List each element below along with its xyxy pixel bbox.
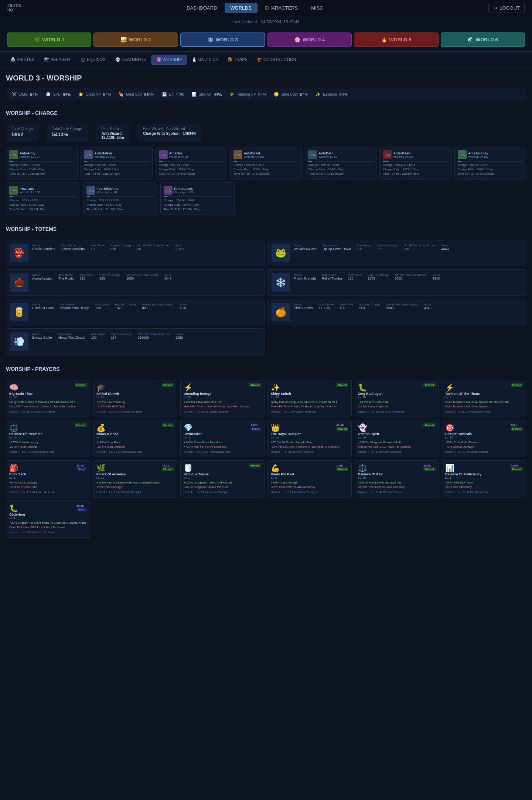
nav-worlds[interactable]: WORLDS xyxy=(225,3,258,13)
ant-stats: Charge：1021.9 / 11814 Charge Rate：867% /… xyxy=(383,163,448,176)
totem-souls-field: Souls 2259 xyxy=(175,332,183,339)
sub-nav-salt-lick[interactable]: 🧂 SALT LICK xyxy=(187,55,222,65)
ant-progress-bar xyxy=(159,161,224,162)
prayer-status: Maxed xyxy=(511,467,523,471)
prayer-level: Lv. 50 xyxy=(184,396,211,399)
prayer-cost: 43.4K xyxy=(336,424,344,427)
prayer-card: 🎓 Skilled Dimwit Lv. 50 Maxed +177% Skil… xyxy=(93,380,177,417)
prayer-bonus: Shiny Critters Drop In Bundles Of 118 In… xyxy=(271,400,348,404)
ant-stats: Charge：555.28 / 9268 Charge Rate：504% / … xyxy=(308,163,373,176)
world-tab-3[interactable]: ❄️WORLD 3 xyxy=(180,33,265,47)
sub-nav-deathnote[interactable]: 💀 DEATHNOTE xyxy=(111,55,151,65)
ant-icon: 🐜 xyxy=(86,186,95,195)
prayer-header: 🎯 Circular Criticals Lv. 19 298K Maxed xyxy=(445,423,523,439)
totem-eff: 250 xyxy=(403,247,435,251)
totem-map: Rollin' Tundra xyxy=(322,277,342,280)
last-updated: Last Updated：04/03/2024, 15:15:43 xyxy=(0,16,532,28)
totems-section: WORSHIP - TOTEMS 👺 Name Goblin Gorefest … xyxy=(6,222,526,355)
prayer-bonus: +118% Drop Rate xyxy=(96,441,174,444)
prayer-bonus: +177% Total Accuracy xyxy=(9,441,87,444)
prayer-name: Tachion Of The Titans xyxy=(445,392,480,396)
prayer-unlock: Unlock： Lv. 31 At Wakakawa War xyxy=(96,450,174,454)
prayer-header: ⚖️ Balance Of Precision Lv. 50 Maxed xyxy=(9,423,87,439)
totem-map-field: Map Name Above The Clouds xyxy=(58,332,85,339)
ant-name: PrinteeAnts xyxy=(174,187,193,191)
prayer-level: Lv. 50 xyxy=(9,396,33,399)
ant-progress-fill xyxy=(458,161,462,162)
prayer-curse: -75% All Exp Gain. Remove All Samples To… xyxy=(271,445,348,448)
sub-nav-equinox[interactable]: ⚖️ EQUINOX xyxy=(76,55,110,65)
ant-progress-fill xyxy=(86,196,90,197)
totem-wave: 130 xyxy=(348,277,362,280)
sub-nav-printer[interactable]: 🖨️ PRINTER xyxy=(6,55,39,65)
prayer-status: Maxed xyxy=(511,383,523,387)
prayer-bonus: +14.5% AFK Gain Rate xyxy=(358,400,436,404)
prayer-curse: -29.5% Total Damage xyxy=(9,445,87,448)
totem-exp-field: Exp Per Charge 662 xyxy=(376,244,398,251)
world-tab-4[interactable]: 🌸WORLD 4 xyxy=(267,33,352,47)
totem-wave: 130 xyxy=(340,306,354,310)
prayer-bonus: +147.5% Class And Skill EXP xyxy=(184,400,261,404)
daily-charge-value: 5413% xyxy=(52,131,82,137)
totem-name: Frosty Firefight xyxy=(294,277,316,280)
ant-icon: 🐜 xyxy=(84,150,93,159)
sub-nav-worship[interactable]: 🛐 WORSHIP xyxy=(151,55,187,65)
ant-cards-grid: 🐜 AntsArmy Worship Lv 107 Charge：548.01 … xyxy=(6,147,526,180)
prayer-icon: 🧠 xyxy=(9,383,33,392)
totem-name: Wakakawa War xyxy=(294,247,317,251)
ant-card: 🐜 AntsBeast Worship Lv 101 Charge：555.06… xyxy=(230,147,302,180)
prayer-unlock: Unlock： Lv. 10 At Goblin Gorefest xyxy=(9,410,87,414)
ant-level: Worship Lv 107 xyxy=(20,155,40,158)
ant-progress-bar xyxy=(233,161,299,162)
nav-dashboard[interactable]: DASHBOARD xyxy=(181,3,223,13)
prayer-level: Lv. 50 xyxy=(96,396,119,399)
sub-nav-refinery[interactable]: ⚗️ REFINERY xyxy=(40,55,75,65)
prayer-header: 💪 Beefy For Real Lv. 8 106K Maxed xyxy=(271,464,348,479)
stat-meal-spd: 🍖 Meal Spd 940% xyxy=(119,92,154,97)
prayer-curse: -15% AFK Gain Rate xyxy=(9,485,87,489)
ant-level: Worship Lv 99 xyxy=(318,155,337,158)
charge-section-header: WORSHIP - CHARGE xyxy=(6,106,526,119)
nav-characters[interactable]: CHARACTERS xyxy=(259,3,304,13)
prayer-icon: 🐛 xyxy=(9,504,25,513)
prayer-name: Skilled Dimwit xyxy=(96,392,119,396)
prayer-name: Beefy For Real xyxy=(271,472,294,476)
prayers-section-header: WORSHIP - PRAYERS xyxy=(6,362,526,375)
prayer-card: 🎯 Circular Criticals Lv. 19 298K Maxed +… xyxy=(442,420,526,457)
header: IDLEON HQ DASHBOARD WORLDS CHARACTERS MI… xyxy=(0,0,532,16)
nav-misc[interactable]: MISC xyxy=(305,3,329,13)
totem-wave-field: Max Wave 130 xyxy=(340,303,354,310)
sub-nav-traps[interactable]: 🪤 TRAPS xyxy=(223,55,252,65)
prayer-card: ⚡ Unending Energy Lv. 50 Maxed +147.5% C… xyxy=(180,380,265,417)
ant-stats: Charge：559.01 / 9268 Charge Rate：504% / … xyxy=(159,163,224,176)
stat-jade-coin: 🪙 Jade Coin 94% xyxy=(274,92,308,97)
totems-row: 👺 Name Goblin Gorefest Map Name Forest O… xyxy=(6,240,526,266)
logout-button[interactable]: ↪ LOGOUT xyxy=(488,3,525,13)
prayer-status: Maxed xyxy=(423,423,436,427)
prayer-name: Glitterbug xyxy=(9,513,25,516)
totem-name-field: Name Acorn Assault xyxy=(32,273,52,280)
ant-card-header: 🐜 TestTubeAnts Worship Lv 101 xyxy=(86,186,154,195)
totem-wave-field: Max Wave 100 xyxy=(91,332,105,339)
charge-section: WORSHIP - CHARGE Total Charge 5962 Total… xyxy=(6,106,526,215)
prayer-status: Maxed xyxy=(423,467,436,471)
world-tab-5[interactable]: 🔥WORLD 5 xyxy=(354,33,438,47)
ant-stats: Charge：563.1 / 9378 Charge Rate：504% / D… xyxy=(9,198,77,212)
world-tab-2[interactable]: 🏜️WORLD 2 xyxy=(93,33,178,47)
prayer-curse: -42% Critical Damage xyxy=(445,445,523,448)
prayer-name: Midas Minded xyxy=(96,432,119,436)
ant-icon: 🐜 xyxy=(159,150,168,159)
totem-eff-field: Min Eff For Souls Bonus 60 xyxy=(137,244,169,251)
prayer-card: ⚖️ Balance Of Precision Lv. 50 Maxed +17… xyxy=(6,420,90,457)
totem-name-field: Name Wakakawa War xyxy=(294,244,317,251)
totem-souls: 2259 xyxy=(175,336,183,339)
world-tab-6[interactable]: 🌊WORLD 6 xyxy=(441,33,525,47)
sub-nav-construction[interactable]: 🏗️ CONSTRUCTION xyxy=(253,55,301,65)
prayer-unlock: Unlock： Lv. 121 At Frosty Firefight xyxy=(271,490,348,494)
world-tab-1[interactable]: 🌿WORLD 1 xyxy=(7,33,91,47)
prayer-unlock: Unlock： Lv. 21 At Clash Of Cans xyxy=(358,490,436,494)
totem-exp-field: Exp Per Charge 993 xyxy=(99,273,120,280)
totem-map: The Roots xyxy=(58,277,74,280)
prayer-unlock: Unlock： Lv. 21 At Frosty Firefight xyxy=(96,490,174,494)
prayer-status: Maxed xyxy=(162,383,174,387)
